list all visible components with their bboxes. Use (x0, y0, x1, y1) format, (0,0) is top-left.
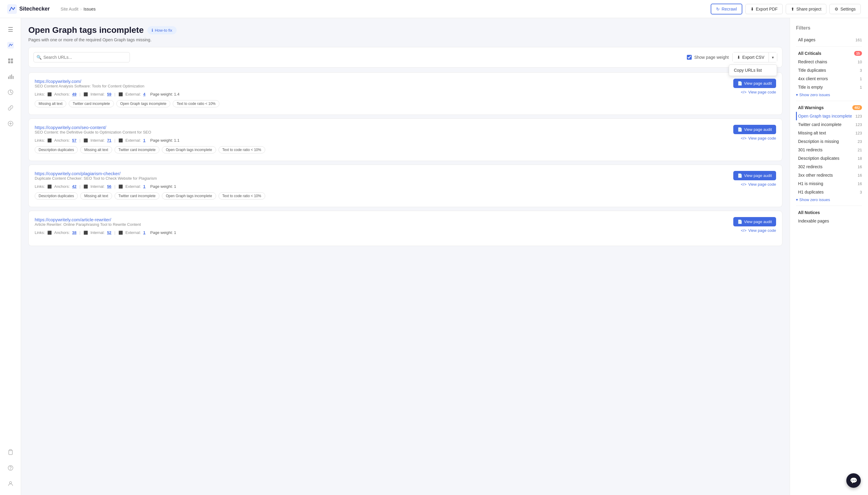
filter-desc-missing[interactable]: Description is missing 23 (796, 137, 862, 146)
url-actions: 📄 View page audit </> View page code (733, 171, 776, 187)
filter-h1-dup[interactable]: H1 duplicates 3 (796, 188, 862, 196)
internal-count[interactable]: 52 (107, 230, 111, 235)
tag-missing-alt[interactable]: Missing alt text (80, 146, 112, 153)
filter-redirect-chains[interactable]: Redirect chains 10 (796, 57, 862, 66)
show-zero-warnings[interactable]: ▾ Show zero issues (796, 196, 862, 203)
internal-count[interactable]: 71 (107, 138, 111, 142)
pipe1: | (80, 184, 81, 189)
view-audit-button[interactable]: 📄 View page audit (733, 125, 776, 134)
url-title: SEO Content Analysis Software: Tools for… (35, 84, 220, 88)
sidebar-item-logo[interactable] (4, 39, 17, 52)
anchors-count[interactable]: 57 (72, 138, 76, 142)
export-dropdown-toggle[interactable]: ▾ (769, 52, 777, 62)
sidebar-item-help[interactable] (4, 461, 17, 475)
sidebar-item-add[interactable] (4, 117, 17, 130)
svg-rect-7 (11, 61, 13, 63)
filter-all-pages[interactable]: All pages 161 (796, 36, 862, 44)
export-csv-label: Export CSV (742, 55, 764, 60)
sidebar-item-dashboard[interactable] (4, 54, 17, 68)
url-link[interactable]: https://copywritely.com/seo-content/ (35, 125, 106, 130)
view-audit-label: View page audit (744, 81, 772, 86)
show-zero-criticals[interactable]: ▾ Show zero issues (796, 91, 862, 98)
sidebar-item-reports[interactable] (4, 86, 17, 99)
tag-twitter[interactable]: Twitter card incomplete (115, 192, 159, 200)
anchors-count[interactable]: 38 (72, 230, 76, 235)
chat-bubble[interactable]: 💬 (846, 473, 861, 488)
tag-og[interactable]: Open Graph tags incomplete (162, 146, 216, 153)
settings-button[interactable]: ⚙ Settings (829, 4, 861, 14)
tag-text-ratio[interactable]: Text to code ratio < 10% (173, 100, 220, 107)
filter-302[interactable]: 302 redirects 16 (796, 163, 862, 171)
url-link[interactable]: https://copywritely.com/ (35, 79, 81, 84)
sidebar-item-analytics[interactable] (4, 70, 17, 83)
tag-og[interactable]: Open Graph tags incomplete (116, 100, 170, 107)
copy-urls-item[interactable]: Copy URLs list (729, 65, 777, 76)
page-subtitle: Pages with one or more of the required O… (28, 37, 782, 42)
view-audit-button[interactable]: 📄 View page audit (733, 217, 776, 226)
export-pdf-button[interactable]: ⬇ Export PDF (745, 4, 783, 14)
view-code-button[interactable]: </> View page code (741, 182, 776, 187)
breadcrumb-parent[interactable]: Site Audit (60, 7, 79, 12)
tags: Description duplicates Missing alt text … (35, 192, 265, 200)
filter-4xx[interactable]: 4xx client errors 1 (796, 74, 862, 83)
4xx-count: 1 (860, 76, 862, 81)
sidebar-item-user[interactable] (4, 477, 17, 490)
view-audit-button[interactable]: 📄 View page audit (733, 79, 776, 88)
external-label: External: (125, 230, 141, 235)
search-input[interactable] (33, 52, 130, 63)
filter-og-tags[interactable]: Open Graph tags incomplete 123 (796, 112, 862, 120)
tag-text-ratio[interactable]: Text to code ratio < 10% (219, 146, 265, 153)
external-count[interactable]: 1 (143, 184, 145, 189)
show-page-weight-checkbox[interactable] (687, 55, 692, 60)
external-count[interactable]: 1 (143, 138, 145, 142)
search-icon: 🔍 (36, 55, 41, 60)
sidebar-item-menu[interactable]: ☰ (4, 23, 17, 36)
url-meta: Links: ⬛ Anchors: 42 | ⬛ Internal: 56 | … (35, 184, 265, 189)
page-header: Open Graph tags incomplete ℹ How-to fix … (28, 25, 782, 42)
url-link[interactable]: https://copywritely.com/article-rewriter… (35, 217, 111, 222)
tag-twitter[interactable]: Twitter card incomplete (115, 146, 159, 153)
tag-missing-alt[interactable]: Missing alt text (80, 192, 112, 200)
filter-indexable[interactable]: Indexable pages (796, 217, 862, 225)
internal-label: Internal: (90, 184, 105, 189)
sidebar-item-links[interactable] (4, 101, 17, 115)
export-pdf-icon: ⬇ (750, 7, 754, 12)
anchors-count[interactable]: 49 (72, 92, 76, 97)
how-to-fix-button[interactable]: ℹ How-to fix (147, 26, 177, 34)
page-weight: Page weight: 1 (151, 184, 176, 189)
tag-text-ratio[interactable]: Text to code ratio < 10% (219, 192, 265, 200)
share-project-button[interactable]: ⬆ Share project (786, 4, 827, 14)
filter-desc-dup[interactable]: Description duplicates 18 (796, 154, 862, 163)
view-code-button[interactable]: </> View page code (741, 136, 776, 140)
view-audit-button[interactable]: 📄 View page audit (733, 171, 776, 180)
export-csv-button[interactable]: ⬇ Export CSV (733, 52, 769, 62)
twitter-card-label: Twitter card incomplete (798, 122, 841, 127)
filter-missing-alt[interactable]: Missing alt text 123 (796, 129, 862, 137)
view-code-button[interactable]: </> View page code (741, 90, 776, 95)
internal-count[interactable]: 59 (107, 92, 111, 97)
tag-twitter[interactable]: Twitter card incomplete (69, 100, 114, 107)
filter-h1-missing[interactable]: H1 is missing 16 (796, 180, 862, 188)
breadcrumb-current: Issues (84, 7, 96, 12)
filter-title-empty[interactable]: Title is empty 1 (796, 83, 862, 91)
filter-title-duplicates[interactable]: Title duplicates 3 (796, 66, 862, 74)
tag-og[interactable]: Open Graph tags incomplete (162, 192, 216, 200)
view-code-button[interactable]: </> View page code (741, 228, 776, 233)
missing-alt-label: Missing alt text (798, 131, 826, 135)
desc-missing-label: Description is missing (798, 139, 839, 144)
url-card-left: https://copywritely.com/seo-content/ SEO… (35, 125, 265, 153)
external-count[interactable]: 4 (143, 92, 145, 97)
filter-3xx[interactable]: 3xx other redirects 16 (796, 171, 862, 180)
url-title: Duplicate Content Checker: SEO Tool to C… (35, 176, 265, 181)
filter-twitter-card[interactable]: Twitter card incomplete 123 (796, 120, 862, 129)
external-count[interactable]: 1 (143, 230, 145, 235)
tag-desc-dup[interactable]: Description duplicates (35, 146, 78, 153)
anchors-count[interactable]: 42 (72, 184, 76, 189)
recrawl-button[interactable]: ↻ Recrawl (711, 4, 742, 15)
filter-301[interactable]: 301 redirects 21 (796, 146, 862, 154)
url-link[interactable]: https://copywritely.com/plagiarism-check… (35, 171, 121, 176)
tag-missing-alt[interactable]: Missing alt text (35, 100, 66, 107)
internal-count[interactable]: 56 (107, 184, 111, 189)
tag-desc-dup[interactable]: Description duplicates (35, 192, 78, 200)
sidebar-item-clipboard[interactable] (4, 446, 17, 459)
